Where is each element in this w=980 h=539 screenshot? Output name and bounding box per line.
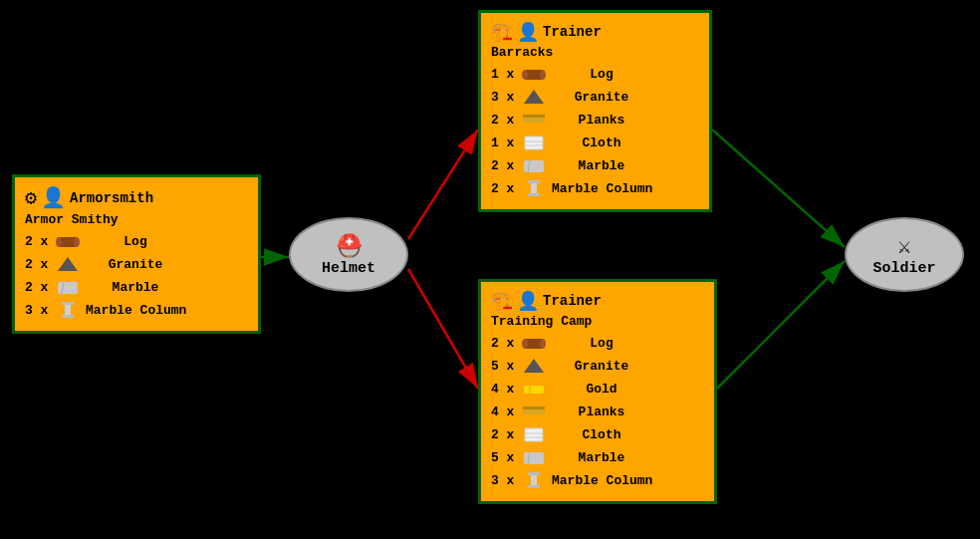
- helmet-label: Helmet: [322, 260, 375, 277]
- svg-rect-22: [525, 136, 543, 149]
- barracks-title: Barracks: [491, 45, 699, 60]
- barracks-header-label: Trainer: [543, 24, 602, 40]
- log-icon: [54, 231, 82, 251]
- training-trainer-icon2: 👤: [517, 290, 539, 312]
- diagram: ⚙️ 👤 Armorsmith Armor Smithy 2 x Log 2 x…: [0, 0, 980, 539]
- training-header-label: Trainer: [543, 293, 602, 309]
- svg-rect-37: [523, 406, 545, 409]
- barracks-trainer-icon1: 🏗️: [491, 21, 513, 43]
- svg-point-8: [56, 237, 62, 247]
- helmet-icon: ⛑️: [336, 233, 363, 260]
- soldier-node: ⚔️ Soldier: [845, 217, 964, 292]
- svg-line-3: [408, 130, 478, 239]
- soldier-label: Soldier: [872, 260, 935, 277]
- marble-icon: [520, 155, 548, 175]
- armorsmith-icon: ⚙️: [25, 185, 37, 210]
- soldier-icon: ⚔️: [897, 233, 910, 260]
- svg-rect-21: [523, 115, 545, 118]
- svg-marker-19: [524, 90, 544, 104]
- svg-rect-15: [62, 315, 74, 318]
- training-res-5: 5 x Marble: [491, 447, 704, 467]
- svg-point-31: [522, 339, 528, 349]
- barracks-res-3: 1 x Cloth: [491, 133, 699, 152]
- planks-icon: [520, 402, 548, 421]
- armorsmith-title: Armor Smithy: [25, 212, 248, 227]
- armorsmith-res-2: 2 x Marble: [25, 277, 248, 297]
- training-res-3: 4 x Planks: [491, 402, 704, 421]
- barracks-trainer-icon2: 👤: [517, 21, 539, 43]
- cloth-icon: [520, 424, 548, 444]
- armorsmith-header: ⚙️ 👤 Armorsmith: [25, 185, 248, 210]
- marble-column-icon: [520, 470, 548, 490]
- training-trainer-icon1: 🏗️: [491, 290, 513, 312]
- svg-rect-34: [524, 386, 544, 394]
- granite-icon: [520, 87, 548, 107]
- granite-icon: [520, 356, 548, 376]
- armorsmith-res-0: 2 x Log: [25, 231, 248, 251]
- svg-rect-11: [58, 282, 78, 294]
- planks-icon: [520, 110, 548, 130]
- barracks-res-4: 2 x Marble: [491, 155, 699, 175]
- svg-point-17: [522, 70, 528, 80]
- svg-rect-44: [528, 472, 540, 475]
- gold-icon: [520, 379, 548, 399]
- barracks-res-1: 3 x Granite: [491, 87, 699, 107]
- barracks-res-5: 2 x Marble Column: [491, 178, 699, 198]
- barracks-res-2: 2 x Planks: [491, 110, 699, 130]
- svg-point-32: [540, 339, 546, 349]
- svg-rect-29: [528, 193, 540, 196]
- training-header: 🏗️ 👤 Trainer: [491, 290, 704, 312]
- armorsmith-box: ⚙️ 👤 Armorsmith Armor Smithy 2 x Log 2 x…: [12, 174, 261, 334]
- armorsmith-res-3: 3 x Marble Column: [25, 300, 248, 320]
- svg-line-5: [712, 130, 845, 247]
- training-res-4: 2 x Cloth: [491, 424, 704, 444]
- armorsmith-person-icon: 👤: [41, 185, 66, 210]
- training-res-1: 5 x Granite: [491, 356, 704, 376]
- svg-point-9: [74, 237, 80, 247]
- svg-rect-36: [523, 409, 545, 414]
- cloth-icon: [520, 133, 548, 152]
- svg-line-4: [408, 269, 478, 389]
- armorsmith-res-1: 2 x Granite: [25, 254, 248, 274]
- training-res-0: 2 x Log: [491, 333, 704, 353]
- svg-point-18: [540, 70, 546, 80]
- svg-line-6: [717, 261, 845, 389]
- training-res-6: 3 x Marble Column: [491, 470, 704, 490]
- svg-rect-28: [528, 180, 540, 183]
- svg-marker-33: [524, 359, 544, 373]
- barracks-res-0: 1 x Log: [491, 64, 699, 84]
- training-title: Training Camp: [491, 314, 704, 329]
- barracks-header: 🏗️ 👤 Trainer: [491, 21, 699, 43]
- marble-column-icon: [520, 178, 548, 198]
- training-res-2: 4 x Gold: [491, 379, 704, 399]
- svg-marker-10: [58, 257, 78, 271]
- marble-column-icon: [54, 300, 82, 320]
- marble-icon: [520, 447, 548, 467]
- training-camp-box: 🏗️ 👤 Trainer Training Camp 2 x Log 5 x G…: [478, 279, 717, 504]
- log-icon: [520, 333, 548, 353]
- barracks-box: 🏗️ 👤 Trainer Barracks 1 x Log 3 x Granit…: [478, 10, 712, 212]
- armorsmith-header-label: Armorsmith: [70, 190, 153, 206]
- log-icon: [520, 64, 548, 84]
- svg-rect-41: [524, 452, 544, 464]
- svg-rect-14: [62, 302, 74, 305]
- svg-rect-45: [528, 485, 540, 488]
- marble-icon: [54, 277, 82, 297]
- svg-rect-20: [523, 118, 545, 123]
- svg-rect-25: [524, 160, 544, 172]
- granite-icon: [54, 254, 82, 274]
- svg-rect-38: [525, 428, 543, 441]
- helmet-node: ⛑️ Helmet: [289, 217, 408, 292]
